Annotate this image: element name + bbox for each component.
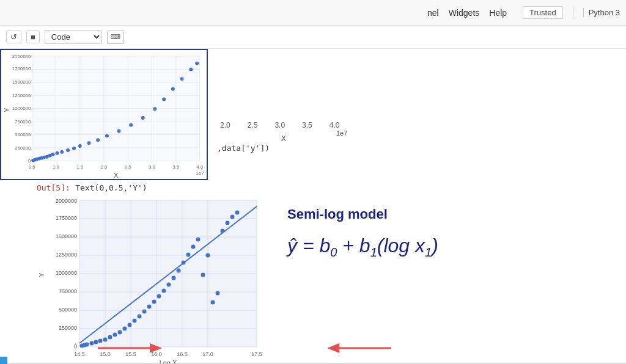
- svg-point-109: [118, 330, 122, 335]
- svg-point-116: [152, 300, 156, 304]
- svg-text:1500000: 1500000: [56, 233, 77, 239]
- svg-point-63: [195, 62, 199, 65]
- svg-point-51: [78, 144, 82, 148]
- svg-marker-135: [327, 343, 339, 353]
- semilog-formula: ŷ = b0 + b1(log x1): [287, 235, 438, 260]
- svg-point-61: [180, 77, 184, 81]
- svg-text:Y: Y: [3, 108, 10, 112]
- tick-30: 3.0: [274, 121, 285, 129]
- trusted-badge[interactable]: Trusted: [523, 6, 563, 19]
- widgets-menu[interactable]: Widgets: [449, 8, 480, 18]
- svg-text:0: 0: [74, 343, 77, 349]
- svg-point-120: [172, 276, 176, 280]
- svg-point-129: [216, 291, 220, 296]
- cell-toolbar: ↺ ■ Code Markdown Raw ⌨: [0, 26, 626, 49]
- output-section: Out[5]: Text(0,0.5,'Y'): [37, 182, 147, 193]
- svg-text:1e7: 1e7: [196, 170, 204, 176]
- top-scatter-svg: Y 0 250000 500000 750000 1000000 1250000…: [1, 50, 207, 179]
- svg-text:1.5: 1.5: [76, 164, 84, 170]
- svg-point-107: [108, 335, 112, 340]
- svg-text:X: X: [114, 172, 118, 179]
- right-arrow-icon: [324, 340, 397, 357]
- python-indicator: Python 3: [583, 8, 620, 17]
- svg-point-46: [51, 153, 55, 156]
- tick-25: 2.5: [248, 121, 258, 129]
- svg-text:1.0: 1.0: [53, 164, 60, 170]
- keyboard-button[interactable]: ⌨: [107, 31, 124, 44]
- top-x-label: X: [281, 134, 286, 143]
- svg-point-102: [85, 343, 89, 347]
- divider: [573, 7, 573, 19]
- svg-text:3.0: 3.0: [149, 164, 156, 170]
- svg-text:1000000: 1000000: [12, 106, 31, 111]
- svg-text:0.5: 0.5: [29, 164, 36, 170]
- code-snippet: ,data['y']): [217, 144, 270, 153]
- svg-point-110: [123, 327, 127, 331]
- svg-point-126: [201, 273, 205, 277]
- arrow-annotations: [92, 340, 397, 357]
- svg-point-112: [133, 319, 137, 323]
- svg-point-122: [182, 261, 186, 265]
- svg-point-55: [117, 129, 121, 133]
- stop-button[interactable]: ■: [26, 31, 40, 43]
- svg-text:0: 0: [28, 158, 31, 164]
- svg-point-127: [206, 253, 210, 258]
- menu-bar: nel Widgets Help: [427, 8, 507, 18]
- svg-text:1750000: 1750000: [12, 66, 31, 71]
- top-x-note: 1e7: [336, 129, 347, 137]
- bottom-scatter-plot: 0 250000 500000 750000 1000000 1250000 1…: [38, 195, 264, 364]
- svg-point-59: [162, 98, 166, 101]
- svg-text:2.5: 2.5: [125, 164, 132, 170]
- svg-point-124: [191, 245, 196, 249]
- refresh-button[interactable]: ↺: [6, 31, 21, 43]
- tick-40: 4.0: [330, 121, 340, 129]
- svg-text:1000000: 1000000: [56, 270, 77, 276]
- svg-point-123: [186, 253, 191, 257]
- svg-point-118: [162, 289, 166, 293]
- svg-text:4.0: 4.0: [197, 164, 204, 170]
- nel-menu[interactable]: nel: [427, 8, 439, 18]
- svg-point-53: [96, 138, 100, 142]
- svg-point-47: [56, 151, 59, 155]
- out-value: Text(0,0.5,'Y'): [75, 183, 147, 192]
- refresh-icon: ↺: [10, 32, 17, 42]
- main-toolbar: nel Widgets Help Trusted Python 3: [0, 0, 626, 26]
- main-content: Y 0 250000 500000 750000 1000000 1250000…: [0, 49, 626, 364]
- svg-text:1250000: 1250000: [56, 252, 77, 258]
- svg-point-48: [60, 150, 64, 154]
- out-label: Out[5]:: [37, 183, 70, 192]
- svg-text:1250000: 1250000: [12, 93, 31, 98]
- svg-point-114: [142, 310, 147, 314]
- svg-point-130: [221, 229, 225, 233]
- svg-point-111: [128, 323, 132, 327]
- bottom-scatter-svg: 0 250000 500000 750000 1000000 1250000 1…: [38, 195, 264, 364]
- cell-type-select[interactable]: Code Markdown Raw: [45, 30, 102, 44]
- svg-text:250000: 250000: [15, 145, 31, 151]
- svg-point-125: [196, 238, 201, 242]
- keyboard-icon: ⌨: [111, 33, 120, 41]
- svg-text:1500000: 1500000: [12, 79, 31, 85]
- svg-point-121: [177, 269, 181, 273]
- help-menu[interactable]: Help: [489, 8, 507, 18]
- svg-text:2.0: 2.0: [101, 164, 108, 170]
- svg-point-131: [226, 221, 230, 225]
- top-x-axis: 2.0 2.5 3.0 3.5 4.0: [220, 121, 339, 129]
- svg-point-132: [230, 215, 235, 219]
- svg-point-57: [141, 116, 145, 120]
- svg-marker-134: [150, 343, 162, 353]
- svg-point-62: [189, 67, 193, 71]
- svg-point-49: [66, 148, 70, 152]
- semilog-title: Semi-log model: [287, 206, 438, 222]
- svg-point-119: [167, 283, 171, 287]
- svg-text:500000: 500000: [15, 132, 31, 137]
- left-arrow-icon: [92, 340, 165, 357]
- stop-icon: ■: [31, 32, 35, 42]
- svg-text:3.5: 3.5: [172, 164, 180, 170]
- svg-point-115: [147, 305, 152, 309]
- svg-text:1750000: 1750000: [56, 215, 77, 221]
- code-text: ,data['y']): [217, 144, 270, 153]
- svg-point-60: [171, 87, 175, 91]
- svg-point-43: [42, 156, 46, 159]
- svg-text:14.5: 14.5: [74, 351, 85, 357]
- tick-20: 2.0: [220, 121, 230, 129]
